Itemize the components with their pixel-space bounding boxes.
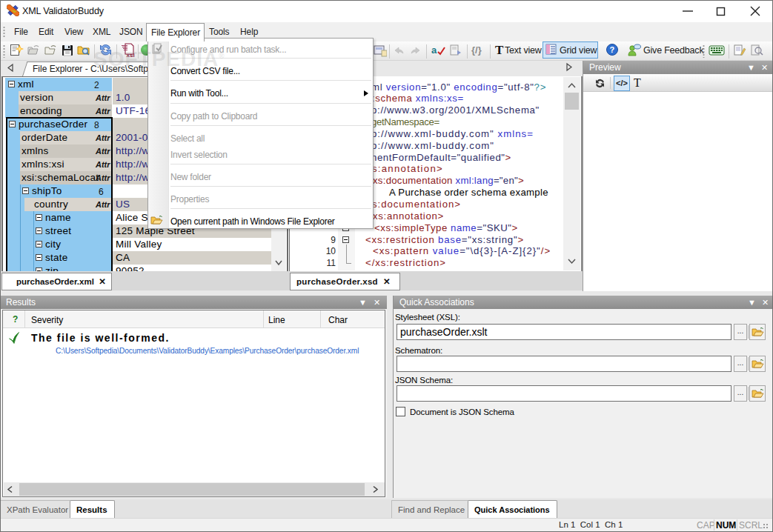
svg-text:?: ? (610, 45, 615, 54)
svg-text:a: a (431, 44, 437, 56)
